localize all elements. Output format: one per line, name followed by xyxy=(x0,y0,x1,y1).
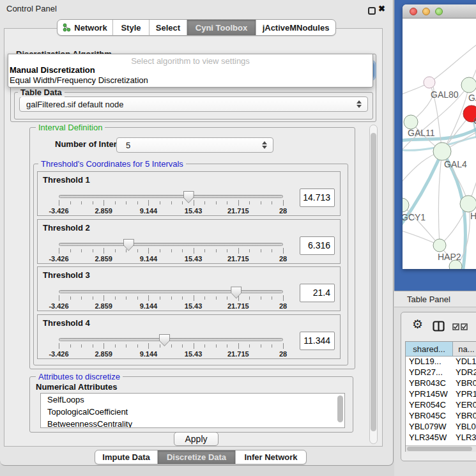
cell-name: YLR3 xyxy=(453,433,476,443)
network-node[interactable] xyxy=(460,196,476,212)
number-of-intervals-combo[interactable]: 5 xyxy=(116,137,273,153)
apply-button[interactable]: Apply xyxy=(174,432,219,446)
tab-infer-network[interactable]: Infer Network xyxy=(235,450,306,464)
node-label: H xyxy=(470,211,476,221)
tab-network[interactable]: Network xyxy=(58,20,112,35)
slider-track[interactable] xyxy=(59,290,283,293)
table-row[interactable]: YPR145WYPR1 xyxy=(406,389,476,400)
column-header[interactable]: shared... xyxy=(406,342,453,356)
table-row[interactable]: YDL19...YDL1 xyxy=(406,357,476,367)
slider-track[interactable] xyxy=(59,195,283,198)
threshold-slider[interactable]: -3.4262.8599.14415.4321.71528 xyxy=(59,285,283,311)
cell-name: YBL0 xyxy=(453,422,476,433)
cell-shared-name: YBR045C xyxy=(406,411,453,422)
slider-ticks xyxy=(59,343,283,349)
tab-style[interactable]: Style xyxy=(112,20,149,35)
table-row[interactable]: YER054CYER0 xyxy=(406,400,476,411)
float-panel-icon[interactable] xyxy=(368,7,376,15)
mac-minimize-icon[interactable] xyxy=(422,8,430,15)
network-view-window: GAL80GACGAL11GAL4GCY1HHAP2 xyxy=(403,4,476,269)
node-label: GAL4 xyxy=(444,159,467,169)
cell-shared-name: YBL079W xyxy=(406,422,453,433)
attribute-list-item[interactable]: TopologicalCoefficient xyxy=(41,406,344,418)
combo-stepper-icon xyxy=(357,100,362,108)
content-scrollbar[interactable] xyxy=(369,125,378,444)
gear-icon[interactable]: ⚙ xyxy=(412,317,423,331)
table-row[interactable]: YBL079WYBL0 xyxy=(406,422,476,433)
network-icon xyxy=(63,23,71,32)
node-attribute-table[interactable]: shared...na... YDL19...YDL1YDR27...YDR2Y… xyxy=(405,341,476,452)
tab-label: Cyni Toolbox xyxy=(196,23,247,33)
table-row[interactable]: YBR045CYBR0 xyxy=(406,411,476,422)
slider-track[interactable] xyxy=(59,338,283,341)
network-node[interactable] xyxy=(433,142,451,160)
network-node[interactable] xyxy=(403,198,409,212)
cell-name: YDR2 xyxy=(453,367,476,378)
threshold-value-field[interactable]: 11.344 xyxy=(300,332,335,350)
table-data-title: Table Data xyxy=(18,88,65,97)
tab-label: Style xyxy=(121,23,141,33)
checked-checkbox-icon xyxy=(452,323,459,330)
threshold-slider[interactable]: -3.4262.8599.14415.4321.71528 xyxy=(59,333,283,358)
network-node[interactable] xyxy=(461,77,476,93)
mac-close-icon[interactable] xyxy=(410,8,417,15)
attribute-list-item[interactable]: BetweennessCentrality xyxy=(41,418,344,428)
mac-zoom-icon[interactable] xyxy=(435,8,443,15)
list-scrollbar[interactable] xyxy=(337,395,343,422)
slider-ticks xyxy=(59,248,283,254)
column-header[interactable]: na... xyxy=(453,342,476,356)
top-tab-bar: NetworkStyleSelectCyni ToolboxjActiveMNo… xyxy=(57,19,336,36)
threshold-slider[interactable]: -3.4262.8599.14415.4321.71528 xyxy=(59,238,283,263)
threshold-panel: Threshold 3-3.4262.8599.14415.4321.71528… xyxy=(37,266,341,311)
slider-track[interactable] xyxy=(59,243,283,246)
tab-cyni-toolbox[interactable]: Cyni Toolbox xyxy=(187,20,256,35)
bottom-tab-bar: Impute DataDiscretize DataInfer Network xyxy=(95,450,307,464)
algorithm-option[interactable]: Equal Width/Frequency Discretization xyxy=(8,75,372,86)
algorithm-option[interactable]: Manual Discretization xyxy=(8,65,372,75)
attribute-list-item[interactable]: SelfLoops xyxy=(41,394,344,406)
threshold-value-field[interactable]: 21.4 xyxy=(300,284,335,302)
tab-label: Infer Network xyxy=(244,452,297,462)
combo-stepper-icon xyxy=(262,141,267,149)
threshold-value-field[interactable]: 6.316 xyxy=(300,236,335,255)
network-node[interactable] xyxy=(404,115,418,129)
threshold-value-field[interactable]: 14.713 xyxy=(300,188,335,207)
slider-tick-labels: -3.4262.8599.14415.4321.71528 xyxy=(59,255,283,263)
control-panel-window: Control Panel ✖ NetworkStyleSelectCyni T… xyxy=(0,0,394,466)
node-label: GCY1 xyxy=(403,212,426,222)
column-selector-icon[interactable] xyxy=(433,321,445,334)
tab-jactivemnodules[interactable]: jActiveMNodules xyxy=(256,20,335,35)
network-node[interactable] xyxy=(433,239,446,252)
table-panel-titlebar: Table Panel xyxy=(394,291,476,307)
node-label: C xyxy=(473,116,476,126)
slider-tick-labels: -3.4262.8599.14415.4321.71528 xyxy=(59,350,283,358)
slider-ticks xyxy=(59,200,283,206)
tab-discretize-data[interactable]: Discretize Data xyxy=(157,450,235,464)
scrollbar-thumb[interactable] xyxy=(371,133,376,431)
table-row[interactable]: YBR043CYBR0 xyxy=(406,378,476,389)
threshold-panel: Threshold 1-3.4262.8599.14415.4321.71528… xyxy=(37,171,341,216)
tab-select[interactable]: Select xyxy=(149,20,187,35)
network-canvas[interactable]: GAL80GACGAL11GAL4GCY1HHAP2 xyxy=(403,19,476,269)
checkbox-icons[interactable] xyxy=(452,323,468,330)
table-data-combo[interactable]: galFiltered.sif default node xyxy=(19,96,368,112)
thresholds-group: Threshold 1-3.4262.8599.14415.4321.71528… xyxy=(33,164,348,365)
threshold-slider[interactable]: -3.4262.8599.14415.4321.71528 xyxy=(59,190,283,215)
slider-tick-labels: -3.4262.8599.14415.4321.71528 xyxy=(59,207,283,215)
table-row[interactable]: YLR345WYLR3 xyxy=(406,433,476,443)
close-icon[interactable]: ✖ xyxy=(378,4,385,13)
tab-impute-data[interactable]: Impute Data xyxy=(95,450,157,464)
attributes-title: Attributes to discretize xyxy=(36,372,123,381)
scrollbar-thumb[interactable] xyxy=(407,447,472,451)
table-horizontal-scrollbar[interactable] xyxy=(406,445,476,452)
table-data-value: galFiltered.sif default node xyxy=(20,100,123,109)
slider-tick-labels: -3.4262.8599.14415.4321.71528 xyxy=(59,302,283,311)
algorithm-options: Manual DiscretizationEqual Width/Frequen… xyxy=(8,65,372,86)
network-node[interactable] xyxy=(424,77,435,88)
cell-shared-name: YDR27... xyxy=(406,367,453,378)
numerical-attributes-list[interactable]: SelfLoopsTopologicalCoefficientBetweenne… xyxy=(40,393,345,428)
algorithm-dropdown-popup: Select algorithm to view settings Manual… xyxy=(8,54,373,88)
table-body: YDL19...YDL1YDR27...YDR2YBR043CYBR0YPR14… xyxy=(406,357,476,452)
tab-label: Network xyxy=(74,23,107,33)
table-row[interactable]: YDR27...YDR2 xyxy=(406,367,476,378)
